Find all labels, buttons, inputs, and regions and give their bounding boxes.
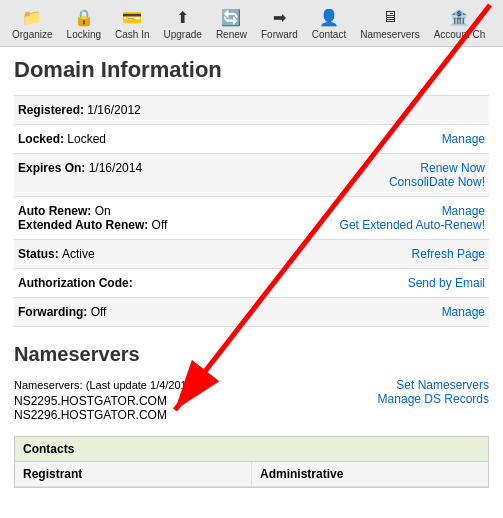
main-content: Domain Information Registered: 1/16/2012… xyxy=(0,47,503,498)
page-title: Domain Information xyxy=(14,57,489,83)
toolbar-upgrade-label: Upgrade xyxy=(164,29,202,40)
nameservers-right: Set Nameservers Manage DS Records xyxy=(378,378,489,406)
nameservers-title: Nameservers xyxy=(14,343,489,366)
send-by-email-link[interactable]: Send by Email xyxy=(259,276,486,290)
nameservers-last-update: (Last update 1/4/2012) xyxy=(86,379,197,391)
toolbar-renew-label: Renew xyxy=(216,29,247,40)
registered-actions xyxy=(255,96,490,125)
get-extended-auto-renew-link[interactable]: Get Extended Auto-Renew! xyxy=(259,218,486,232)
toolbar-nameservers-label: Nameservers xyxy=(360,29,419,40)
account-ch-icon: 🏦 xyxy=(448,6,470,28)
renew-icon: 🔄 xyxy=(220,6,242,28)
toolbar-account-ch[interactable]: 🏦 Account Ch xyxy=(428,4,492,42)
toolbar-locking-label: Locking xyxy=(67,29,101,40)
toolbar: 📁 Organize 🔒 Locking 💳 Cash In ⬆ Upgrade… xyxy=(0,0,503,47)
expires-value: 1/16/2014 xyxy=(89,161,142,175)
locked-actions: Manage xyxy=(255,125,490,154)
auth-code-label: Authorization Code: xyxy=(14,269,255,298)
toolbar-forward-label: Forward xyxy=(261,29,298,40)
refresh-page-link[interactable]: Refresh Page xyxy=(259,247,486,261)
table-row: Locked: Locked Manage xyxy=(14,125,489,154)
expires-label: Expires On: 1/16/2014 xyxy=(14,154,255,197)
toolbar-account-ch-label: Account Ch xyxy=(434,29,486,40)
nameservers-servers: NS2295.HOSTGATOR.COM NS2296.HOSTGATOR.CO… xyxy=(14,394,197,422)
toolbar-locking[interactable]: 🔒 Locking xyxy=(61,4,107,42)
auth-code-actions: Send by Email xyxy=(255,269,490,298)
locked-label: Locked: Locked xyxy=(14,125,255,154)
auto-renew-manage-link[interactable]: Manage xyxy=(259,204,486,218)
locked-value: Locked xyxy=(67,132,106,146)
consolidate-now-link[interactable]: ConsoliDate Now! xyxy=(259,175,486,189)
toolbar-cash-in-label: Cash In xyxy=(115,29,149,40)
auto-renew-actions: Manage Get Extended Auto-Renew! xyxy=(255,197,490,240)
toolbar-renew[interactable]: 🔄 Renew xyxy=(210,4,253,42)
forward-icon: ➡ xyxy=(268,6,290,28)
expires-actions: Renew Now ConsoliDate Now! xyxy=(255,154,490,197)
table-row: Status: Active Refresh Page xyxy=(14,240,489,269)
upgrade-icon: ⬆ xyxy=(172,6,194,28)
forwarding-manage-link[interactable]: Manage xyxy=(259,305,486,319)
ns-server-1: NS2295.HOSTGATOR.COM xyxy=(14,394,197,408)
nameservers-left: Nameservers: (Last update 1/4/2012) NS22… xyxy=(14,378,197,422)
registered-value: 1/16/2012 xyxy=(87,103,140,117)
ns-server-2: NS2296.HOSTGATOR.COM xyxy=(14,408,197,422)
domain-info-table: Registered: 1/16/2012 Locked: Locked Man… xyxy=(14,95,489,327)
toolbar-upgrade[interactable]: ⬆ Upgrade xyxy=(158,4,208,42)
contacts-registrant: Registrant xyxy=(15,462,252,486)
toolbar-contact-label: Contact xyxy=(312,29,346,40)
cash-in-icon: 💳 xyxy=(121,6,143,28)
table-row: Registered: 1/16/2012 xyxy=(14,96,489,125)
table-row: Expires On: 1/16/2014 Renew Now ConsoliD… xyxy=(14,154,489,197)
contact-icon: 👤 xyxy=(318,6,340,28)
toolbar-forward[interactable]: ➡ Forward xyxy=(255,4,304,42)
forwarding-value: Off xyxy=(91,305,107,319)
organize-icon: 📁 xyxy=(21,6,43,28)
forwarding-actions: Manage xyxy=(255,298,490,327)
auto-renew-value: On xyxy=(95,204,111,218)
toolbar-organize[interactable]: 📁 Organize xyxy=(6,4,59,42)
renew-now-link[interactable]: Renew Now xyxy=(259,161,486,175)
registered-label: Registered: 1/16/2012 xyxy=(14,96,255,125)
nameservers-block: Nameservers: (Last update 1/4/2012) NS22… xyxy=(14,374,489,426)
forwarding-label: Forwarding: Off xyxy=(14,298,255,327)
set-nameservers-link[interactable]: Set Nameservers xyxy=(378,378,489,392)
contacts-columns: Registrant Administrative xyxy=(15,462,488,487)
nameservers-icon: 🖥 xyxy=(379,6,401,28)
status-actions: Refresh Page xyxy=(255,240,490,269)
table-row: Forwarding: Off Manage xyxy=(14,298,489,327)
contacts-header: Contacts xyxy=(15,437,488,462)
toolbar-organize-label: Organize xyxy=(12,29,53,40)
table-row: Auto Renew: On Extended Auto Renew: Off … xyxy=(14,197,489,240)
contacts-administrative: Administrative xyxy=(252,462,488,486)
locked-manage-link[interactable]: Manage xyxy=(259,132,486,146)
nameservers-label: Nameservers: (Last update 1/4/2012) xyxy=(14,378,197,392)
contacts-section: Contacts Registrant Administrative xyxy=(14,436,489,488)
toolbar-contact[interactable]: 👤 Contact xyxy=(306,4,352,42)
toolbar-cash-in[interactable]: 💳 Cash In xyxy=(109,4,155,42)
status-label: Status: Active xyxy=(14,240,255,269)
status-value: Active xyxy=(62,247,95,261)
table-row: Authorization Code: Send by Email xyxy=(14,269,489,298)
locking-icon: 🔒 xyxy=(73,6,95,28)
toolbar-nameservers[interactable]: 🖥 Nameservers xyxy=(354,4,425,42)
auto-renew-label: Auto Renew: On Extended Auto Renew: Off xyxy=(14,197,255,240)
manage-ds-records-link[interactable]: Manage DS Records xyxy=(378,392,489,406)
extended-auto-renew-value: Off xyxy=(152,218,168,232)
